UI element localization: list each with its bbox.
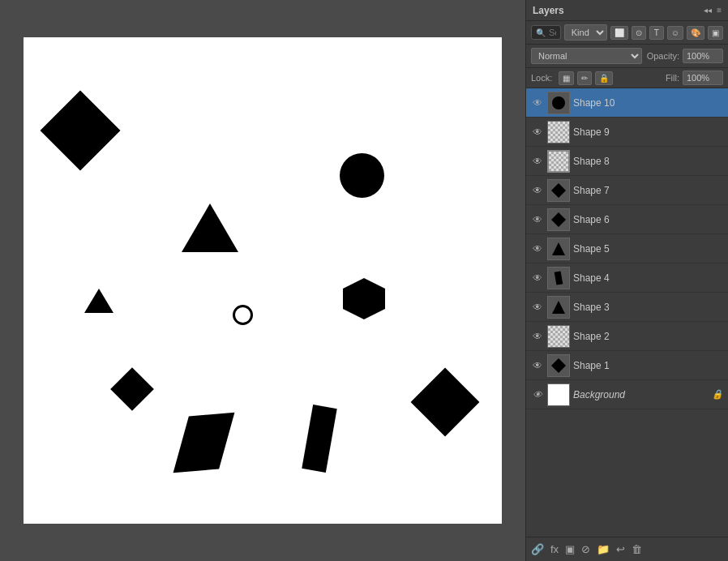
blend-mode-select[interactable]: Normal [531,48,642,64]
svg-rect-5 [555,271,563,285]
lock-position-btn[interactable]: 🔒 [595,71,613,85]
layer-item-1[interactable]: 👁 Shape 1 [526,351,728,380]
layer-thumb-bg [547,383,570,406]
visibility-icon-4[interactable]: 👁 [531,272,544,284]
layer-thumb-7 [547,179,570,202]
group-icon[interactable]: 📁 [597,543,610,555]
delete-icon[interactable]: 🗑 [632,543,642,555]
canvas-shape-diamond-small[interactable] [110,367,154,411]
layer-name-6: Shape 6 [573,214,723,225]
lock-label: Lock: [531,73,552,83]
layer-name-4: Shape 4 [573,272,723,284]
layer-name-9: Shape 9 [573,126,723,138]
search-input[interactable] [549,28,556,37]
filter-btn3[interactable]: T [649,26,664,40]
layer-item-background[interactable]: 👁 Background 🔒 [526,380,728,409]
visibility-icon-8[interactable]: 👁 [531,156,544,167]
filter-btn6[interactable]: ▣ [708,26,723,40]
svg-marker-2 [551,183,566,198]
fill-input[interactable] [683,71,723,85]
svg-point-1 [552,96,565,109]
kind-dropdown[interactable]: Kind [564,24,607,41]
new-layer-icon[interactable]: ↩ [616,543,625,555]
filter-btn1[interactable]: ⬜ [610,26,628,40]
visibility-icon-1[interactable]: 👁 [531,360,544,371]
visibility-icon-6[interactable]: 👁 [531,214,544,225]
panel-header-icons: ◂◂ ≡ [704,6,722,15]
lock-pixels-btn[interactable]: ▦ [559,71,574,85]
layer-thumb-3 [547,296,570,319]
canvas-shape-rect-tall[interactable] [302,405,336,473]
blend-row: Normal Opacity: [526,45,728,68]
search-input-wrap: 🔍 [531,25,561,40]
mask-icon[interactable]: ▣ [565,543,575,555]
canvas-shape-parallelogram[interactable] [173,413,235,473]
panel-title: Layers [533,5,564,16]
layer-item-4[interactable]: 👁 Shape 4 [526,263,728,293]
visibility-icon-10[interactable]: 👁 [531,97,544,109]
menu-icon[interactable]: ≡ [717,6,722,15]
search-icon: 🔍 [536,28,546,37]
canvas-shape-circle-large[interactable] [340,153,384,198]
layer-item-6[interactable]: 👁 Shape 6 [526,205,728,234]
canvas-shape-diamond-med[interactable] [411,368,480,437]
panel-header: Layers ◂◂ ≡ [526,0,728,21]
visibility-icon-5[interactable]: 👁 [531,243,544,255]
layer-name-7: Shape 7 [573,185,723,196]
svg-marker-7 [551,358,566,373]
canvas-area [0,0,525,561]
visibility-icon-7[interactable]: 👁 [531,185,544,196]
filter-btn4[interactable]: ☺ [667,26,683,40]
canvas-shape-diamond-large[interactable] [41,91,121,171]
layer-item-9[interactable]: 👁 Shape 9 [526,118,728,147]
canvas-shape-triangle-medium[interactable] [182,203,238,252]
layers-list: 👁 Shape 10 👁 Shape 9 👁 Shape 8 👁 [526,88,728,537]
layer-item-10[interactable]: 👁 Shape 10 [526,88,728,118]
layer-thumb-6 [547,208,570,231]
bottom-toolbar: 🔗 fx ▣ ⊘ 📁 ↩ 🗑 [526,537,728,561]
layer-thumb-9 [547,121,570,143]
layer-name-5: Shape 5 [573,243,723,255]
lock-icons: ▦ ✏ 🔒 [559,71,661,85]
svg-marker-6 [552,301,565,314]
fx-icon[interactable]: fx [550,543,559,555]
opacity-wrap: Opacity: [647,49,723,63]
layer-thumb-1 [547,354,570,377]
layers-panel: Layers ◂◂ ≡ 🔍 Kind ⬜ ⊙ T ☺ 🎨 ▣ Normal Op… [525,0,728,561]
layer-name-3: Shape 3 [573,302,723,313]
canvas[interactable] [24,37,502,524]
link-icon[interactable]: 🔗 [531,543,544,555]
fill-wrap: Fill: [666,71,723,85]
lock-icon-bg: 🔒 [712,389,723,400]
layer-thumb-8 [547,150,570,173]
filter-btn2[interactable]: ⊙ [632,26,646,40]
layer-name-2: Shape 2 [573,331,723,342]
visibility-icon-bg[interactable]: 👁 [531,389,544,400]
lock-row: Lock: ▦ ✏ 🔒 Fill: [526,68,728,88]
canvas-shape-triangle-small[interactable] [84,289,113,313]
svg-marker-0 [343,278,385,319]
layer-item-3[interactable]: 👁 Shape 3 [526,293,728,322]
opacity-label: Opacity: [647,51,679,61]
layer-item-7[interactable]: 👁 Shape 7 [526,176,728,205]
layer-name-8: Shape 8 [573,156,723,167]
search-bar: 🔍 Kind ⬜ ⊙ T ☺ 🎨 ▣ [526,21,728,45]
opacity-input[interactable] [683,49,723,63]
canvas-shape-hexagon[interactable] [340,276,388,323]
layer-name-1: Shape 1 [573,360,723,371]
layer-item-5[interactable]: 👁 Shape 5 [526,234,728,263]
svg-marker-3 [551,212,566,227]
canvas-shape-circle-small[interactable] [233,305,253,325]
visibility-icon-9[interactable]: 👁 [531,126,544,138]
adjustment-icon[interactable]: ⊘ [581,543,590,555]
collapse-icon[interactable]: ◂◂ [704,6,712,15]
svg-marker-4 [552,242,565,255]
layer-name-10: Shape 10 [573,97,723,109]
lock-paint-btn[interactable]: ✏ [577,71,592,85]
visibility-icon-3[interactable]: 👁 [531,302,544,313]
visibility-icon-2[interactable]: 👁 [531,331,544,342]
layer-item-2[interactable]: 👁 Shape 2 [526,322,728,351]
fill-label: Fill: [666,73,679,83]
filter-btn5[interactable]: 🎨 [687,26,704,40]
layer-item-8[interactable]: 👁 Shape 8 [526,147,728,176]
